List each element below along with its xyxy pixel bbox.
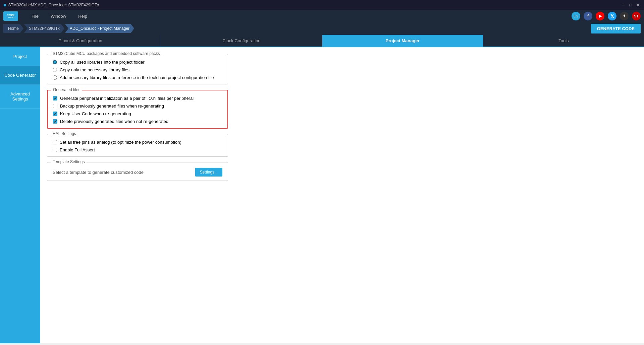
template-row: Select a template to generate customized…	[53, 168, 222, 177]
radio-add-reference-input[interactable]	[53, 75, 57, 80]
logo-line2: CubeMX	[7, 16, 14, 18]
checkbox-keep-user-code-input[interactable]	[53, 112, 57, 116]
sidebar-item-project[interactable]: Project	[0, 47, 40, 66]
template-placeholder-text: Select a template to generate customized…	[53, 170, 192, 175]
st-icon[interactable]: ST	[632, 12, 641, 20]
title-bar-title: STM32CubeMX ADC_Once.ioc*: STM32F429IGTx	[8, 3, 99, 7]
checkbox-enable-full-assert[interactable]: Enable Full Assert	[53, 147, 222, 152]
radio-copy-necessary[interactable]: Copy only the necessary library files	[53, 67, 222, 72]
breadcrumb-home[interactable]: Home	[3, 24, 23, 33]
checkbox-keep-user-code-label: Keep User Code when re-generating	[60, 111, 131, 116]
generated-files-section: Generated files Generate peripheral init…	[47, 90, 228, 129]
template-settings-button[interactable]: Settings...	[195, 168, 222, 177]
menu-window[interactable]: Window	[45, 12, 71, 20]
main-layout: Project Code Generator Advanced Settings…	[0, 47, 644, 343]
generated-files-checkbox-group: Generate peripheral initialization as a …	[53, 96, 222, 124]
tab-clock[interactable]: Clock Configuration	[161, 35, 322, 47]
hal-settings-section-title: HAL Settings	[51, 131, 78, 136]
breadcrumb-project-manager[interactable]: ADC_Once.ioc - Project Manager	[65, 24, 134, 33]
checkbox-backup-files[interactable]: Backup previously generated files when r…	[53, 104, 222, 109]
radio-copy-necessary-input[interactable]	[53, 68, 57, 72]
checkbox-backup-files-label: Backup previously generated files when r…	[60, 104, 164, 109]
template-settings-section: Template Settings Select a template to g…	[47, 162, 228, 181]
breadcrumb-bar: Home STM32F429IGTx ADC_Once.ioc - Projec…	[0, 22, 644, 35]
generated-files-section-title: Generated files	[51, 87, 82, 92]
logo-line1: STM32	[7, 14, 15, 16]
radio-copy-all-input[interactable]	[53, 60, 57, 64]
menu-help[interactable]: Help	[73, 12, 93, 20]
radio-copy-all[interactable]: Copy all used libraries into the project…	[53, 60, 222, 65]
sidebar: Project Code Generator Advanced Settings	[0, 47, 40, 343]
tab-pinout[interactable]: Pinout & Configuration	[0, 35, 161, 47]
logo-area: STM32 CubeMX	[3, 11, 18, 21]
close-button[interactable]: ✕	[635, 2, 641, 8]
facebook-icon[interactable]: f	[584, 12, 592, 20]
menu-bar-left: STM32 CubeMX File Window Help	[3, 11, 93, 21]
menu-bar-right: 6.9 f ▶ 𝕏 ✦ ST	[572, 12, 641, 20]
menu-bar: STM32 CubeMX File Window Help 6.9 f ▶ 𝕏 …	[0, 10, 644, 22]
radio-copy-all-label: Copy all used libraries into the project…	[60, 60, 145, 65]
radio-copy-necessary-label: Copy only the necessary library files	[60, 67, 129, 72]
radio-add-reference-label: Add necessary library files as reference…	[60, 75, 214, 80]
checkbox-delete-files-input[interactable]	[53, 119, 57, 124]
stm32cube-radio-group: Copy all used libraries into the project…	[53, 60, 222, 80]
title-bar-controls: ─ □ ✕	[621, 2, 641, 8]
twitter-icon[interactable]: 𝕏	[608, 12, 616, 20]
hal-settings-checkbox-group: Set all free pins as analog (to optimize…	[53, 140, 222, 152]
sidebar-item-code-generator-label: Code Generator	[4, 73, 36, 78]
generate-code-button[interactable]: GENERATE CODE	[591, 24, 641, 33]
sidebar-item-code-generator[interactable]: Code Generator	[0, 66, 40, 85]
tab-project-manager[interactable]: Project Manager	[322, 35, 483, 47]
checkbox-delete-files[interactable]: Delete previously generated files when n…	[53, 119, 222, 124]
breadcrumb: Home STM32F429IGTx ADC_Once.ioc - Projec…	[3, 24, 135, 33]
breadcrumb-device[interactable]: STM32F429IGTx	[24, 24, 64, 33]
title-bar-left: ■ STM32CubeMX ADC_Once.ioc*: STM32F429IG…	[3, 2, 99, 8]
youtube-icon[interactable]: ▶	[596, 12, 604, 20]
checkbox-gen-peripheral[interactable]: Generate peripheral initialization as a …	[53, 96, 222, 101]
checkbox-gen-peripheral-input[interactable]	[53, 96, 57, 100]
checkbox-delete-files-label: Delete previously generated files when n…	[60, 119, 168, 124]
checkbox-set-free-pins-input[interactable]	[53, 140, 57, 144]
radio-add-reference[interactable]: Add necessary library files as reference…	[53, 75, 222, 80]
stm32-logo: STM32 CubeMX	[3, 11, 18, 21]
sidebar-item-project-label: Project	[13, 54, 27, 59]
checkbox-backup-files-input[interactable]	[53, 104, 57, 108]
title-bar-icon: ■	[3, 2, 6, 8]
minimize-button[interactable]: ─	[621, 2, 626, 8]
checkbox-keep-user-code[interactable]: Keep User Code when re-generating	[53, 111, 222, 116]
checkbox-set-free-pins[interactable]: Set all free pins as analog (to optimize…	[53, 140, 222, 145]
tab-tools[interactable]: Tools	[483, 35, 644, 47]
version-badge: 6.9	[572, 12, 580, 20]
sidebar-item-advanced-settings-label: Advanced Settings	[10, 91, 30, 101]
stm32cube-section: STM32Cube MCU packages and embedded soft…	[47, 54, 228, 84]
network-icon[interactable]: ✦	[620, 12, 629, 20]
checkbox-enable-full-assert-label: Enable Full Assert	[60, 147, 95, 152]
content-area: STM32Cube MCU packages and embedded soft…	[40, 47, 644, 343]
stm32cube-section-title: STM32Cube MCU packages and embedded soft…	[51, 51, 162, 56]
tab-bar: Pinout & Configuration Clock Configurati…	[0, 35, 644, 47]
checkbox-enable-full-assert-input[interactable]	[53, 148, 57, 152]
menu-file[interactable]: File	[26, 12, 44, 20]
checkbox-set-free-pins-label: Set all free pins as analog (to optimize…	[60, 140, 181, 145]
title-bar: ■ STM32CubeMX ADC_Once.ioc*: STM32F429IG…	[0, 0, 644, 10]
template-settings-section-title: Template Settings	[51, 159, 87, 164]
checkbox-gen-peripheral-label: Generate peripheral initialization as a …	[60, 96, 194, 101]
hal-settings-section: HAL Settings Set all free pins as analog…	[47, 134, 228, 157]
restore-button[interactable]: □	[628, 2, 633, 8]
sidebar-item-advanced-settings[interactable]: Advanced Settings	[0, 85, 40, 109]
